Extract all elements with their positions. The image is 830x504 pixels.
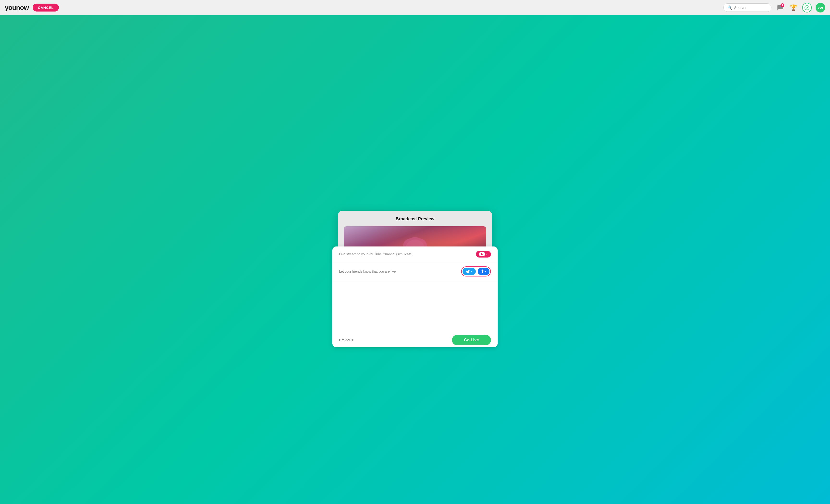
avatar[interactable]: you — [816, 3, 825, 12]
trophy-icon: 🏆 — [790, 4, 797, 11]
facebook-button[interactable]: ▾ — [478, 268, 489, 275]
notification-badge: 1 — [780, 3, 785, 7]
friends-option-row: Let your friends know that you are live … — [332, 262, 498, 281]
youtube-dropdown-arrow: ▾ — [486, 253, 487, 256]
svg-point-0 — [805, 5, 809, 10]
facebook-icon — [481, 269, 483, 274]
partner-icon — [804, 5, 809, 10]
facebook-dropdown-arrow: ▾ — [485, 270, 486, 273]
logo: younow — [5, 4, 29, 11]
main-content: Broadcast Preview Live — [0, 15, 830, 504]
social-group: ▾ ▾ — [461, 266, 491, 276]
twitter-icon — [466, 270, 470, 273]
header-right: 🔍 1 🏆 you — [723, 3, 825, 12]
overlay-panel: Live stream to your YouTube Channel (sim… — [332, 246, 498, 347]
chat-icon-button[interactable]: 1 — [775, 3, 785, 12]
friends-option-text: Let your friends know that you are live — [339, 270, 396, 273]
twitter-dropdown-arrow: ▾ — [471, 270, 472, 273]
header-left: younow CANCEL — [5, 4, 59, 11]
twitter-button[interactable]: ▾ — [462, 268, 476, 275]
header: younow CANCEL 🔍 1 🏆 you — [0, 0, 830, 15]
previous-button[interactable]: Previous — [339, 338, 353, 342]
search-input[interactable] — [734, 5, 767, 10]
youtube-option-text: Live stream to your YouTube Channel (sim… — [339, 252, 412, 256]
modal-card: Broadcast Preview Live — [338, 211, 492, 309]
youtube-play-icon — [481, 253, 483, 255]
youtube-option-row: Live stream to your YouTube Channel (sim… — [332, 246, 498, 262]
modal-title: Broadcast Preview — [344, 216, 486, 222]
trophy-icon-button[interactable]: 🏆 — [789, 3, 798, 12]
youtube-toggle-button[interactable]: ▾ — [476, 251, 491, 258]
avatar-text: you — [818, 6, 823, 9]
search-bar[interactable]: 🔍 — [723, 3, 771, 12]
youtube-icon — [479, 252, 485, 256]
cancel-button[interactable]: CANCEL — [33, 4, 59, 11]
go-live-button[interactable]: Go Live — [452, 335, 491, 345]
bottom-actions: Previous Go Live — [332, 329, 498, 347]
search-icon: 🔍 — [728, 5, 732, 10]
partner-icon-button[interactable] — [802, 3, 812, 12]
